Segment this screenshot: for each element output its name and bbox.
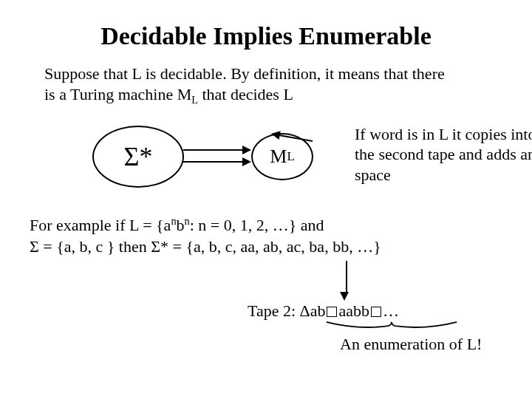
example-paragraph: For example if L = {anbn: n = 0, 1, 2, …… — [30, 214, 502, 258]
tape-row: Tape 2: Δabaabb… — [30, 301, 502, 321]
enumeration-label: An enumeration of L! — [340, 335, 482, 354]
ex-1a: For example if L = {a — [30, 216, 171, 234]
curly-brace-icon — [318, 321, 466, 334]
ex-sup-n2: n — [185, 215, 190, 227]
ex-line-2: Σ = {a, b, c } then Σ* = {a, b, c, aa, a… — [30, 237, 381, 256]
arrow-sigma-to-ml-top — [183, 149, 250, 151]
sigma-star-label: Σ* — [124, 141, 153, 172]
diagram: Σ* ML If word is in L it copies into the… — [30, 118, 502, 207]
intro-paragraph: Suppose that L is decidable. By definiti… — [44, 64, 495, 107]
sigma-star-oval: Σ* — [92, 126, 184, 188]
intro-subscript-L: L — [191, 94, 198, 106]
slide-title: Decidable Implies Enumerable — [30, 22, 502, 50]
intro-line-1: Suppose that L is decidable. By definiti… — [44, 64, 445, 83]
ex-sup-n1: n — [171, 215, 176, 227]
down-arrow-icon — [344, 261, 349, 301]
blank-square-icon — [327, 307, 337, 317]
intro-line-2b: that decides L — [198, 85, 293, 103]
ex-1b: b — [177, 216, 185, 234]
blank-square-icon — [371, 307, 381, 317]
intro-line-2a: is a Turing machine M — [44, 85, 191, 103]
tape2-suffix: … — [383, 301, 399, 320]
ml-label-M: M — [270, 146, 287, 168]
arrow-sigma-to-ml-bottom — [183, 161, 250, 163]
ml-label-L: L — [287, 149, 294, 164]
annotation-text: If word is in L it copies into the secon… — [355, 124, 532, 185]
tape2-prefix: Tape 2: Δab — [248, 301, 325, 320]
slide: Decidable Implies Enumerable Suppose tha… — [0, 0, 532, 399]
ex-1c: : n = 0, 1, 2, …} and — [190, 216, 324, 234]
tape2-mid: aabb — [338, 301, 369, 320]
